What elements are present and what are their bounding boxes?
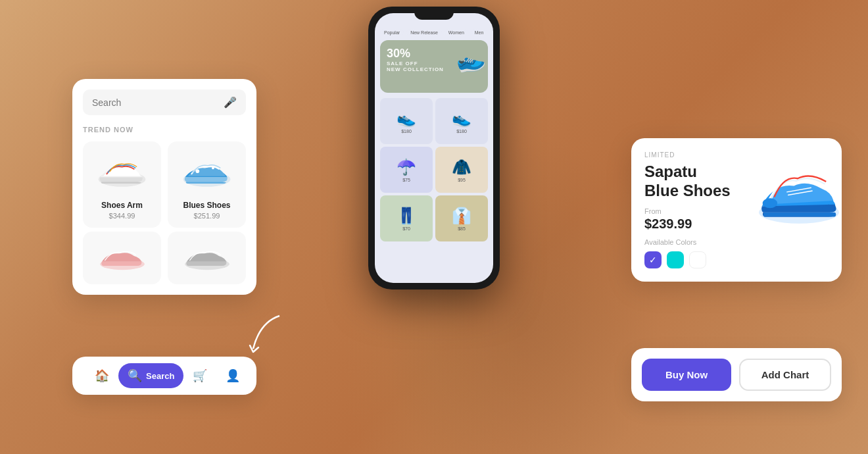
svg-point-2 [196,169,200,173]
from-label: From [644,207,750,215]
phone-product-price-3: $75 [402,178,410,182]
search-nav-icon: 🔍 [128,368,142,383]
partial-card-1[interactable] [83,232,161,284]
svg-rect-7 [763,213,836,217]
nav-search[interactable]: 🔍 Search [118,363,183,388]
phone-product-emoji-3: ☂️ [397,158,416,176]
color-swatch-cyan[interactable] [667,251,684,268]
phone-product-price-2: $180 [456,129,467,134]
product-card-2[interactable]: Blues Shoes $251.99 [168,141,246,228]
bottom-nav: 🏠 🔍 Search 🛒 👤 [72,357,256,395]
buy-now-button[interactable]: Buy Now [642,359,731,391]
arrow-decoration [247,309,286,362]
limited-badge: LIMITED [644,151,750,159]
blues-shoe-image [179,155,235,191]
partial-card-2[interactable] [168,232,246,284]
action-buttons-container: Buy Now Add Chart [631,348,842,401]
phone-product-emoji-5: 👖 [397,207,416,225]
phone-mockup: Popular New Release Women Men 30% SALE O… [368,7,500,290]
phone-products-grid: 👟 $180 👟 $180 ☂️ $75 🧥 $95 [380,98,488,241]
partial-shoe-2 [181,241,233,274]
nav-cart[interactable]: 🛒 [183,363,216,388]
cart-icon: 🛒 [193,368,207,383]
phone-product-4: 🧥 $95 [435,147,488,193]
phone-category-new: New Release [406,29,442,36]
phone-product-price-1: $180 [401,129,412,134]
phone-product-price-4: $95 [458,178,466,182]
product-name-2: Blues Shoes [176,201,238,210]
profile-icon: 👤 [226,368,240,383]
product-big-price: $239.99 [644,216,750,232]
phone-notch [414,7,454,20]
phone-product-emoji-2: 👟 [452,109,471,128]
product-price-1: $344.99 [91,212,153,220]
search-bar[interactable]: 🎤 [83,89,246,115]
phone-frame: Popular New Release Women Men 30% SALE O… [368,7,500,290]
phone-product-price-6: $85 [458,226,466,231]
blue-shoe-svg [750,151,848,230]
phone-category-men: Men [471,29,488,36]
color-swatch-white[interactable] [689,251,706,268]
search-input[interactable] [92,97,224,108]
phone-category-women: Women [445,29,468,36]
product-card-1[interactable]: Shoes Arm $344.99 [83,141,161,228]
add-chart-button[interactable]: Add Chart [739,359,831,391]
phone-sale-banner: 30% SALE OFF NEW COLLECTION 👟 [380,40,488,93]
partial-cards [83,232,246,284]
left-search-card: 🎤 TREND NOW Shoes Arm $344.99 [72,79,256,295]
phone-product-1: 👟 $180 [380,98,433,144]
svg-point-8 [763,198,778,208]
phone-product-2: 👟 $180 [435,98,488,144]
svg-point-9 [823,205,835,212]
phone-product-price-5: $70 [402,226,410,231]
product-title: SapatuBlue Shoes [644,163,750,201]
phone-screen: Popular New Release Women Men 30% SALE O… [375,13,493,283]
mic-icon[interactable]: 🎤 [224,96,237,109]
products-grid: Shoes Arm $344.99 Blues Shoes $251. [83,141,246,228]
phone-category-popular: Popular [380,29,404,36]
search-nav-label: Search [146,371,174,381]
product-image-2 [176,149,238,195]
shoe-arm-image [94,155,150,191]
home-icon: 🏠 [95,368,109,383]
product-image-1 [91,149,153,195]
partial-shoe-1 [96,241,149,274]
color-swatch-blue[interactable]: ✓ [644,251,662,268]
nav-home[interactable]: 🏠 [85,363,118,388]
phone-product-3: ☂️ $75 [380,147,433,193]
trend-label: TREND NOW [83,126,246,134]
right-product-card: LIMITED SapatuBlue Shoes From $239.99 Av… [631,138,842,282]
product-shoe-image [750,151,848,230]
nav-profile[interactable]: 👤 [216,363,249,388]
colors-label: Available Colors [644,238,750,246]
phone-product-emoji-6: 👔 [452,207,471,225]
svg-point-3 [212,166,214,169]
phone-product-emoji-1: 👟 [397,109,416,128]
product-price-2: $251.99 [176,212,238,220]
product-name-1: Shoes Arm [91,201,153,210]
phone-product-5: 👖 $70 [380,195,433,241]
phone-product-6: 👔 $85 [435,195,488,241]
color-swatches: ✓ [644,251,750,268]
phone-product-emoji-4: 🧥 [452,158,471,176]
